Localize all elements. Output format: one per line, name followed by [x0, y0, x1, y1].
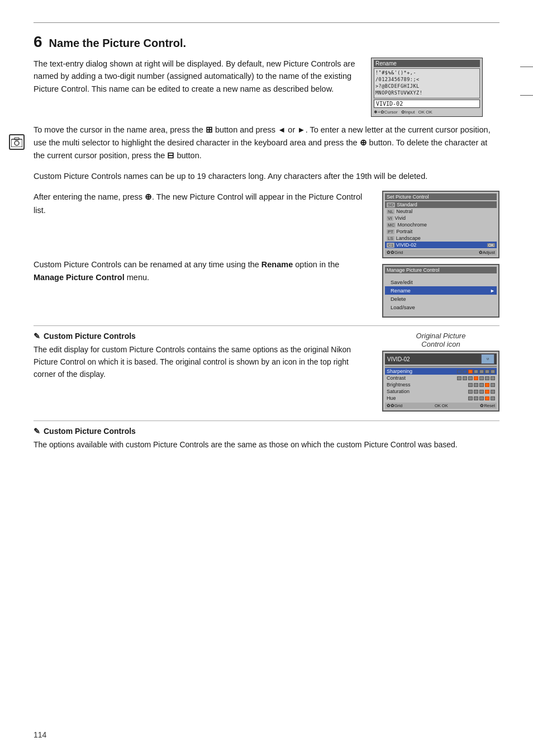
note1-icon: ✎	[34, 332, 40, 341]
note2-title-text: Custom Picture Controls	[44, 427, 136, 436]
spc-c1-label: VIVID-02	[396, 242, 417, 248]
name-field: VIVID-02	[374, 100, 480, 108]
keyboard-annotation: Keyboardarea	[520, 62, 533, 79]
cbar-7	[491, 376, 495, 380]
bbar-3	[479, 383, 484, 387]
edit-saturation: Saturation	[385, 388, 497, 395]
cbar-4	[474, 376, 478, 380]
note2-title: ✎ Custom Picture Controls	[34, 427, 499, 436]
spc-ls-label: Landscape	[396, 235, 421, 241]
set-picture-control-screen: Set Picture Control SD Standard NL Neutr…	[382, 191, 499, 258]
mpc-delete: Delete	[385, 295, 497, 303]
kbd-line	[520, 67, 533, 67]
edit-hue: Hue	[385, 395, 497, 401]
kb-row4: MNOPQRSTUVWXYZ!	[375, 90, 478, 97]
annotations-area: Keyboardarea Name area	[520, 62, 533, 100]
bar-5	[479, 370, 484, 374]
rename-paragraph: Custom Picture Controls can be renamed a…	[34, 258, 371, 284]
edit-ok: OK OK	[435, 403, 448, 408]
sbar-2	[474, 390, 478, 394]
rename-bold: Rename	[261, 260, 293, 269]
edit-contrast: Contrast	[385, 375, 497, 381]
kb-row2: /0123456789:;<	[375, 77, 478, 83]
mpc-saveedit: Save/edit	[385, 278, 497, 286]
spc-mc-label: Monochrome	[397, 222, 427, 228]
bar-7	[491, 370, 495, 374]
edit-reset: ✿Reset	[480, 403, 495, 408]
hbar-5	[491, 396, 495, 400]
mpc-loadsave: Load/save	[385, 303, 497, 311]
rename-screen: Rename !"#$%&'()*+,- /0123456789:;< >?@B…	[371, 58, 483, 117]
bbar-5	[491, 383, 495, 387]
spc-ls-icon: LS	[387, 236, 394, 241]
brightness-bar	[468, 383, 495, 387]
name-annotation: Name area	[520, 91, 533, 100]
mpc-rename: Rename ►	[385, 286, 497, 295]
hbar-2	[474, 396, 478, 400]
spc-c1-content: C1 VIVID-02	[387, 242, 416, 248]
or-text: or	[288, 125, 295, 134]
hue-bar	[468, 396, 495, 400]
mpc-title: Manage Picture Control	[385, 267, 497, 273]
sbar-mid	[485, 390, 489, 394]
brightness-label: Brightness	[387, 382, 411, 388]
mpc-rename-label: Rename	[391, 287, 411, 294]
contrast-bar	[457, 376, 495, 380]
edit-title-bar: VIVID-02 VI	[385, 353, 497, 365]
note1-content: ✎ Custom Picture Controls The edit displ…	[34, 332, 499, 412]
note1-screen-area: Original PictureControl icon VIVID-02 VI…	[382, 332, 499, 412]
step-number: 6	[34, 34, 42, 50]
svg-rect-0	[11, 139, 22, 147]
note1-text-area: ✎ Custom Picture Controls The edit displ…	[34, 332, 371, 412]
note2-body: The options available with custom Pictur…	[34, 439, 499, 451]
edit-sharpening: Sharpening	[385, 368, 497, 375]
edit-bottom: ✿✿Grid OK OK ✿Reset	[385, 403, 497, 409]
note1-title-text: Custom Picture Controls	[44, 332, 136, 341]
spc-bottom: ✿✿Grid ✿Adjust	[385, 249, 497, 256]
bar-4	[474, 370, 478, 374]
page-number: 114	[34, 730, 46, 739]
hbar-3	[479, 396, 484, 400]
keyboard-area: !"#$%&'()*+,- /0123456789:;< >?@BCDEFGHI…	[374, 68, 480, 98]
press-ok-paragraph: After entering the name, press ⊕. The ne…	[34, 191, 371, 216]
spc-c1: C1 VIVID-02 OK	[385, 242, 497, 248]
manage-bold: Manage Picture Control	[34, 273, 125, 282]
section-header: 6 Name the Picture Control.	[34, 34, 499, 50]
sbar-1	[468, 390, 473, 394]
thumb-label: VI	[487, 357, 489, 361]
right-screens-area: Set Picture Control SD Standard NL Neutr…	[382, 191, 499, 318]
hbar-mid	[485, 396, 489, 400]
intro-text: The text-entry dialog shown at right wil…	[34, 58, 360, 117]
note1-title: ✎ Custom Picture Controls	[34, 332, 371, 341]
spc-pt-label: Portrait	[396, 229, 412, 234]
bbar-mid	[485, 383, 489, 387]
ctrl-ok: OK OK	[418, 110, 432, 115]
saturation-label: Saturation	[387, 389, 410, 394]
rename-title: Rename	[374, 60, 480, 67]
sharpening-bar	[457, 370, 495, 374]
note1-body: The edit display for custom Picture Cont…	[34, 344, 371, 380]
edit-brightness: Brightness	[385, 381, 497, 388]
spc-adjust: ✿Adjust	[479, 250, 495, 255]
original-pc-label: Original PictureControl icon	[416, 332, 466, 348]
edit-grid: ✿✿Grid	[387, 403, 402, 408]
bar-3	[468, 370, 473, 374]
svg-point-1	[15, 141, 19, 145]
spc-ls: LS Landscape	[385, 235, 497, 242]
original-pc-annotation: Original PictureControl icon	[382, 332, 499, 348]
rename-screenshot-wrapper: Rename !"#$%&'()*+,- /0123456789:;< >?@B…	[371, 58, 499, 117]
spc-nl-label: Neutral	[396, 209, 412, 214]
note2-icon: ✎	[34, 427, 40, 436]
ctrl-input: ✿Input	[401, 110, 415, 115]
bbar-2	[474, 383, 478, 387]
after-name-area: After entering the name, press ⊕. The ne…	[34, 191, 499, 318]
spc-grid: ✿✿Grid	[387, 250, 403, 255]
sbar-3	[479, 390, 484, 394]
note2-section: ✎ Custom Picture Controls The options av…	[34, 420, 499, 451]
spc-pt: PT Portrait	[385, 228, 497, 235]
camera-svg	[11, 137, 22, 147]
spc-nl-icon: NL	[387, 209, 394, 214]
spc-vi-icon: VI	[387, 216, 393, 221]
spc-c1-icon: C1	[387, 243, 394, 248]
cbar-5	[479, 376, 484, 380]
